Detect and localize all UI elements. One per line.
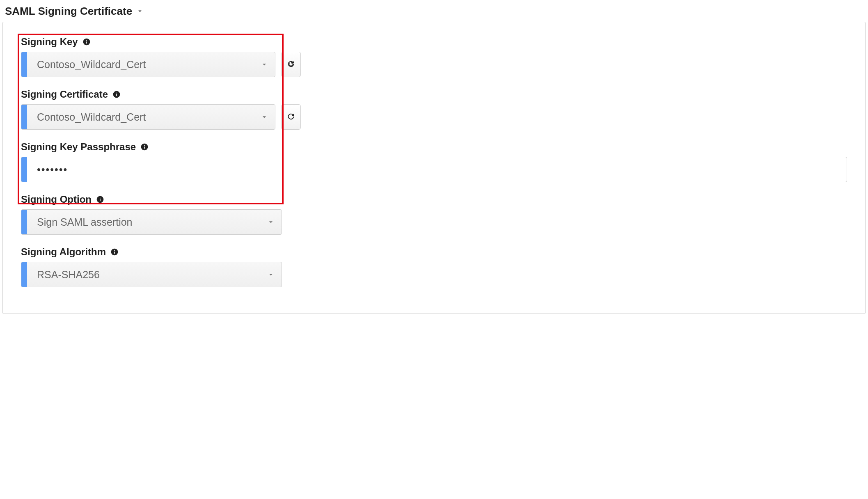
label-signing-certificate: Signing Certificate	[21, 89, 847, 100]
select-signing-key[interactable]: Contoso_Wildcard_Cert	[21, 52, 275, 77]
row-signing-key: Contoso_Wildcard_Cert	[21, 52, 847, 77]
refresh-button-signing-key[interactable]	[281, 52, 301, 77]
field-signing-key-passphrase: Signing Key Passphrase	[21, 141, 847, 182]
label-text-signing-algorithm: Signing Algorithm	[21, 246, 106, 258]
label-text-signing-key: Signing Key	[21, 36, 78, 48]
section-title: SAML Signing Certificate	[5, 5, 132, 18]
required-indicator	[21, 157, 27, 182]
field-signing-option: Signing Option Sign SAML assertion	[21, 194, 847, 235]
label-text-signing-key-passphrase: Signing Key Passphrase	[21, 141, 136, 153]
select-signing-algorithm[interactable]: RSA-SHA256	[21, 262, 282, 287]
label-text-signing-certificate: Signing Certificate	[21, 89, 108, 100]
info-icon[interactable]	[140, 142, 149, 151]
select-signing-certificate[interactable]: Contoso_Wildcard_Cert	[21, 104, 275, 130]
info-icon[interactable]	[82, 37, 91, 46]
field-signing-certificate: Signing Certificate Contoso_Wildcard_Cer…	[21, 89, 847, 130]
input-signing-key-passphrase[interactable]	[27, 157, 847, 182]
row-signing-certificate: Contoso_Wildcard_Cert	[21, 104, 847, 130]
label-signing-algorithm: Signing Algorithm	[21, 246, 847, 258]
required-indicator	[21, 210, 27, 234]
label-signing-option: Signing Option	[21, 194, 847, 205]
required-indicator	[21, 262, 27, 287]
field-signing-key: Signing Key Contoso_Wildcard_Cert	[21, 36, 847, 77]
label-signing-key: Signing Key	[21, 36, 847, 48]
required-indicator	[21, 52, 27, 77]
section-panel: Signing Key Contoso_Wildcard_Cert	[2, 22, 866, 314]
refresh-icon	[286, 112, 295, 122]
info-icon[interactable]	[96, 195, 105, 204]
input-wrap-passphrase	[21, 157, 847, 182]
section-header[interactable]: SAML Signing Certificate	[2, 2, 866, 22]
info-icon[interactable]	[110, 247, 119, 256]
caret-down-icon	[136, 5, 144, 18]
label-signing-key-passphrase: Signing Key Passphrase	[21, 141, 847, 153]
info-icon[interactable]	[112, 90, 121, 99]
select-signing-option[interactable]: Sign SAML assertion	[21, 209, 282, 235]
select-value-signing-option: Sign SAML assertion	[27, 210, 282, 234]
refresh-button-signing-certificate[interactable]	[281, 104, 301, 130]
highlighted-group: Signing Key Contoso_Wildcard_Cert	[21, 36, 847, 182]
select-value-signing-algorithm: RSA-SHA256	[27, 262, 282, 287]
refresh-icon	[286, 60, 295, 70]
select-value-signing-key: Contoso_Wildcard_Cert	[27, 52, 275, 77]
select-value-signing-certificate: Contoso_Wildcard_Cert	[27, 105, 275, 129]
field-signing-algorithm: Signing Algorithm RSA-SHA256	[21, 246, 847, 287]
label-text-signing-option: Signing Option	[21, 194, 92, 205]
lower-group: Signing Option Sign SAML assertion Signi…	[21, 194, 847, 287]
required-indicator	[21, 105, 27, 129]
